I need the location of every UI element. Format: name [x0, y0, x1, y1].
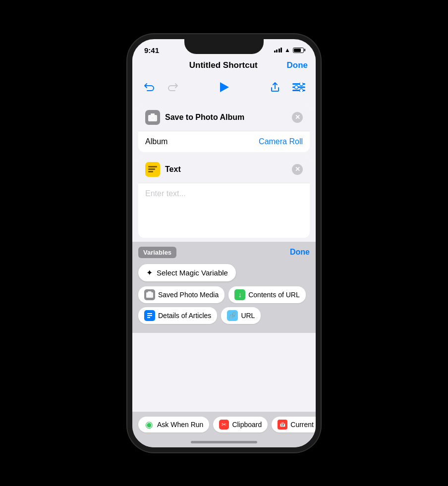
- current-date-label: Current Date: [290, 421, 316, 429]
- album-label: Album: [145, 137, 168, 146]
- nav-done-button[interactable]: Done: [287, 60, 308, 70]
- variables-done-button[interactable]: Done: [290, 248, 310, 257]
- save-photo-header: Save to Photo Album ✕: [138, 104, 310, 131]
- home-indicator: [191, 441, 257, 443]
- nav-bar: Untitled Shortcut Done: [132, 56, 316, 74]
- contents-of-url-chip[interactable]: ↓ Contents of URL: [228, 286, 306, 303]
- magic-variable-label: Select Magic Variable: [157, 269, 228, 277]
- save-photo-body: Album Camera Roll: [138, 131, 310, 152]
- camera-roll-button[interactable]: Camera Roll: [259, 137, 303, 146]
- signal-bar-4: [280, 48, 282, 53]
- svg-rect-17: [147, 315, 152, 316]
- save-photo-title-row: Save to Photo Album: [145, 110, 244, 125]
- ask-when-run-label: Ask When Run: [157, 421, 203, 429]
- saved-photo-media-icon: [144, 289, 155, 300]
- text-close-button[interactable]: ✕: [292, 164, 303, 175]
- text-placeholder: Enter text...: [145, 189, 186, 198]
- signal-bars-icon: [274, 48, 282, 53]
- status-time: 9:41: [144, 46, 159, 54]
- redo-button[interactable]: [164, 78, 182, 96]
- phone-frame: 9:41 ▲ Untitled Shortcut Done: [127, 34, 321, 452]
- details-of-articles-chip[interactable]: Details of Articles: [138, 307, 217, 324]
- text-icon: [145, 162, 160, 177]
- svg-marker-0: [220, 82, 229, 92]
- save-photo-action-card: Save to Photo Album ✕ Album Camera Roll: [138, 104, 310, 152]
- save-photo-close-button[interactable]: ✕: [292, 112, 303, 123]
- saved-photo-media-chip[interactable]: Saved Photo Media: [138, 286, 224, 303]
- svg-rect-18: [147, 317, 150, 318]
- variables-label: Variables: [138, 247, 176, 258]
- svg-rect-10: [148, 166, 157, 167]
- current-date-chip[interactable]: 📅 Current Date: [272, 417, 316, 432]
- notch: [184, 39, 264, 54]
- wifi-icon: ▲: [284, 47, 290, 54]
- text-header: Text ✕: [138, 156, 310, 183]
- signal-bar-1: [274, 51, 276, 53]
- variable-chips-row-1: Saved Photo Media ↓ Contents of URL: [138, 286, 310, 303]
- camera-icon: [145, 110, 160, 125]
- select-magic-variable-button[interactable]: ✦ Select Magic Variable: [138, 264, 236, 281]
- url-label: URL: [241, 312, 255, 320]
- toolbar: [132, 74, 316, 100]
- ask-when-run-icon: ◉: [144, 420, 154, 430]
- battery-fill: [294, 49, 301, 52]
- svg-rect-16: [147, 313, 152, 314]
- clipboard-label: Clipboard: [232, 421, 262, 429]
- shortcut-title: Untitled Shortcut: [160, 60, 287, 70]
- svg-rect-15: [148, 291, 152, 293]
- svg-point-4: [300, 83, 303, 86]
- svg-rect-9: [151, 113, 155, 115]
- contents-of-url-icon: ↓: [234, 289, 245, 300]
- signal-bar-3: [279, 49, 280, 53]
- text-action-title: Text: [165, 165, 181, 174]
- svg-point-6: [300, 89, 303, 92]
- current-date-icon: 📅: [278, 420, 287, 430]
- text-input-area[interactable]: Enter text...: [138, 183, 310, 238]
- variables-panel: Variables Done ✦ Select Magic Variable S…: [132, 242, 316, 333]
- undo-button[interactable]: [140, 78, 158, 96]
- svg-rect-11: [148, 168, 155, 170]
- svg-rect-12: [148, 171, 153, 172]
- url-chip[interactable]: 🔗 URL: [221, 307, 261, 324]
- signal-bar-2: [276, 50, 278, 53]
- settings-button[interactable]: [290, 78, 308, 96]
- battery-icon: [293, 48, 304, 53]
- status-icons: ▲: [274, 47, 304, 54]
- details-of-articles-label: Details of Articles: [158, 312, 211, 320]
- share-button[interactable]: [266, 78, 284, 96]
- power-button: [320, 118, 321, 158]
- details-of-articles-icon: [144, 310, 155, 321]
- magic-wand-icon: ✦: [146, 268, 153, 277]
- text-action-card: Text ✕ Enter text...: [138, 156, 310, 238]
- variable-chips-row-2: Details of Articles 🔗 URL: [138, 307, 310, 324]
- variables-header: Variables Done: [138, 247, 310, 258]
- ask-when-run-chip[interactable]: ◉ Ask When Run: [138, 417, 209, 432]
- text-title-row: Text: [145, 162, 181, 177]
- svg-point-5: [295, 85, 298, 89]
- saved-photo-media-label: Saved Photo Media: [158, 291, 219, 299]
- save-photo-title: Save to Photo Album: [165, 113, 244, 122]
- play-button[interactable]: [188, 80, 260, 94]
- clipboard-icon: ✂: [219, 420, 229, 430]
- clipboard-chip[interactable]: ✂ Clipboard: [213, 417, 268, 432]
- url-icon: 🔗: [227, 310, 238, 321]
- contents-of-url-label: Contents of URL: [248, 291, 300, 299]
